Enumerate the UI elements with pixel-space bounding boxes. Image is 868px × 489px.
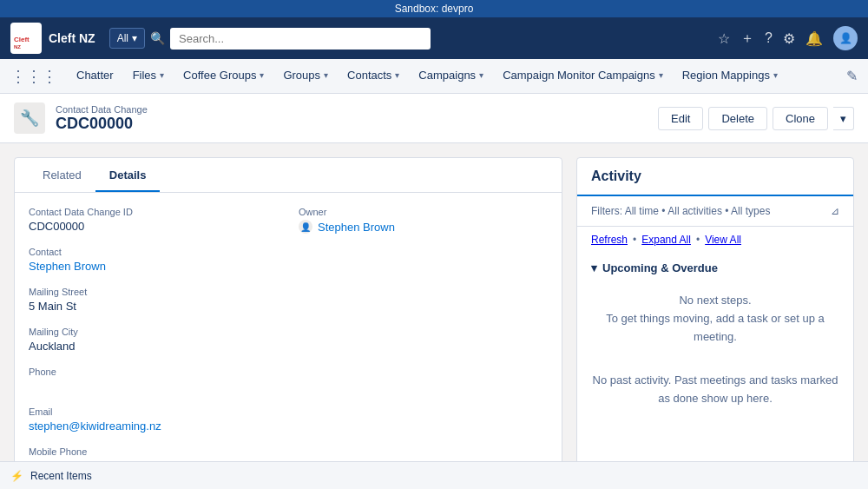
top-bar-title: Sandbox: devpro <box>395 3 474 15</box>
bottom-bar: ⚡ Recent Items <box>0 461 868 489</box>
expand-all-link[interactable]: Expand All <box>641 234 691 246</box>
activity-filters: Filters: All time • All activities • All… <box>577 196 853 227</box>
record-icon: 🔧 <box>14 102 45 134</box>
collapse-icon[interactable]: ▾ <box>591 261 597 274</box>
help-icon[interactable]: ? <box>765 30 773 46</box>
field-phone: Phone ✎ <box>29 367 278 393</box>
clone-button[interactable]: Clone <box>773 107 828 130</box>
all-dropdown[interactable]: All ▾ <box>109 28 145 49</box>
field-owner: Owner 👤 Stephen Brown ✎ <box>299 207 548 234</box>
field-value: ✎ <box>29 380 278 393</box>
chevron-down-icon: ▾ <box>132 32 137 44</box>
field-value: 5 Main St ✎ <box>29 300 278 313</box>
activity-links: Refresh • Expand All • View All <box>577 227 853 253</box>
main-content: Related Details Contact Data Change ID C… <box>0 143 868 489</box>
add-task-msg: To get things moving, add a task or set … <box>591 310 839 347</box>
favorites-icon[interactable]: ☆ <box>718 30 730 47</box>
sidebar-item-chatter[interactable]: Chatter <box>68 59 122 94</box>
field-mailing-city: Mailing City Auckland ✎ <box>29 327 278 353</box>
sidebar-item-coffee-groups[interactable]: Coffee Groups ▾ <box>174 59 273 94</box>
apps-icon[interactable]: ⋮⋮⋮ <box>10 67 57 86</box>
chevron-down-icon: ▾ <box>479 70 483 80</box>
field-label: Mailing Street <box>29 287 278 297</box>
field-contact: Contact Stephen Brown ✎ <box>29 247 278 273</box>
field-value: CDC00000 <box>29 220 278 233</box>
record-actions: Edit Delete Clone ▾ <box>658 107 854 130</box>
record-name: CDC00000 <box>56 115 148 133</box>
chevron-down-icon: ▾ <box>395 70 399 80</box>
field-label: Phone <box>29 367 278 377</box>
field-value: Auckland ✎ <box>29 340 278 353</box>
actions-dropdown-button[interactable]: ▾ <box>833 107 854 130</box>
view-all-link[interactable]: View All <box>705 234 741 246</box>
activity-past: No past activity. Past meetings and task… <box>577 363 853 417</box>
tab-related[interactable]: Related <box>29 158 95 192</box>
panel-content: Contact Data Change ID CDC00000 Contact … <box>15 193 562 479</box>
sidebar-item-groups[interactable]: Groups ▾ <box>274 59 337 94</box>
refresh-link[interactable]: Refresh <box>591 234 628 246</box>
chevron-down-icon: ▾ <box>324 70 328 80</box>
avatar[interactable]: 👤 <box>833 26 858 50</box>
chevron-down-icon: ▾ <box>773 70 778 80</box>
field-label: Mailing City <box>29 327 278 337</box>
top-bar: Sandbox: devpro <box>0 0 868 17</box>
search-icon: 🔍 <box>150 31 165 45</box>
chevron-down-icon: ▾ <box>160 70 164 80</box>
owner-link[interactable]: Stephen Brown <box>318 221 395 234</box>
fields-grid: Contact Data Change ID CDC00000 Contact … <box>29 207 548 479</box>
chevron-down-icon: ▾ <box>659 70 663 80</box>
email-link[interactable]: stephen@kiwidreaming.nz <box>29 420 161 433</box>
filters-label: Filters: All time • All activities • All… <box>591 205 770 217</box>
edit-button[interactable]: Edit <box>658 107 703 130</box>
sidebar-item-files[interactable]: Files ▾ <box>124 59 173 94</box>
nav-icons: ☆ ＋ ? ⚙ 🔔 👤 <box>718 26 858 50</box>
field-mailing-street: Mailing Street 5 Main St ✎ <box>29 287 278 313</box>
field-label: Mobile Phone <box>29 446 278 457</box>
activity-empty: No next steps. To get things moving, add… <box>591 283 839 354</box>
field-label: Owner <box>299 207 548 217</box>
left-panel: Related Details Contact Data Change ID C… <box>14 157 562 479</box>
svg-text:NZ: NZ <box>14 44 21 50</box>
upcoming-label: Upcoming & Overdue <box>602 261 718 274</box>
field-email: Email stephen@kiwidreaming.nz ✎ <box>29 406 278 433</box>
owner-avatar: 👤 <box>299 220 312 234</box>
field-contact-data-change-id: Contact Data Change ID CDC00000 <box>29 207 278 233</box>
sidebar-item-campaign-monitor[interactable]: Campaign Monitor Campaigns ▾ <box>494 59 672 94</box>
field-label: Email <box>29 406 278 417</box>
sidebar-item-contacts[interactable]: Contacts ▾ <box>339 59 408 94</box>
lightning-icon: ⚡ <box>10 470 23 482</box>
notifications-icon[interactable]: 🔔 <box>806 30 823 47</box>
add-icon[interactable]: ＋ <box>740 30 754 48</box>
record-header-left: 🔧 Contact Data Change CDC00000 <box>14 102 148 134</box>
delete-button[interactable]: Delete <box>708 107 767 130</box>
contact-link[interactable]: Stephen Brown <box>29 260 106 273</box>
chevron-down-icon: ▾ <box>260 70 264 80</box>
logo-text: Cleft NZ <box>49 31 95 45</box>
tabs: Related Details <box>15 158 562 193</box>
field-label: Contact <box>29 247 278 257</box>
activity-header: Activity <box>577 158 853 196</box>
sidebar-item-region-mappings[interactable]: Region Mappings ▾ <box>674 59 786 94</box>
filter-icon[interactable]: ⊿ <box>831 205 839 217</box>
field-value: 👤 Stephen Brown ✎ <box>299 220 548 234</box>
sidebar-item-campaigns[interactable]: Campaigns ▾ <box>410 59 492 94</box>
activity-section-header: ▾ Upcoming & Overdue <box>591 261 839 274</box>
app-nav: ⋮⋮⋮ Chatter Files ▾ Coffee Groups ▾ Grou… <box>0 59 868 94</box>
field-value: stephen@kiwidreaming.nz ✎ <box>29 420 278 433</box>
svg-text:Cleft: Cleft <box>14 36 30 43</box>
record-header: 🔧 Contact Data Change CDC00000 Edit Dele… <box>0 94 868 143</box>
search-input[interactable] <box>170 28 431 50</box>
field-value: Stephen Brown ✎ <box>29 260 278 273</box>
record-title-area: Contact Data Change CDC00000 <box>56 104 148 133</box>
nav-search: All ▾ 🔍 <box>109 28 718 50</box>
settings-icon[interactable]: ⚙ <box>783 30 795 47</box>
nav-bar: Cleft NZ Cleft NZ All ▾ 🔍 ☆ ＋ ? ⚙ 🔔 👤 <box>0 17 868 59</box>
tab-details[interactable]: Details <box>95 158 161 192</box>
field-label: Contact Data Change ID <box>29 207 278 217</box>
record-type: Contact Data Change <box>56 104 148 115</box>
recent-items-label[interactable]: Recent Items <box>30 470 92 482</box>
activity-panel: Activity Filters: All time • All activit… <box>576 157 854 479</box>
edit-nav-icon[interactable]: ✎ <box>846 68 858 84</box>
activity-section-upcoming: ▾ Upcoming & Overdue No next steps. To g… <box>577 253 853 363</box>
logo-icon: Cleft NZ <box>10 23 42 54</box>
